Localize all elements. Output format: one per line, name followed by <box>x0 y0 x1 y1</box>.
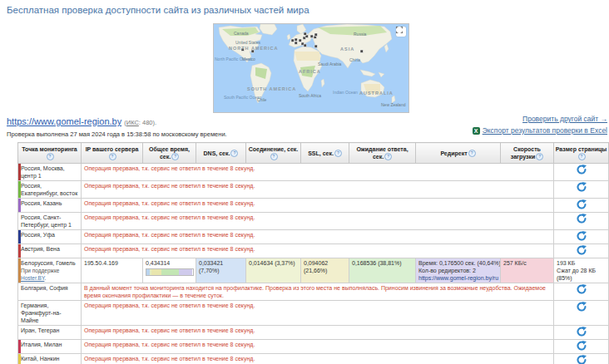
page: Бесплатная проверка доступности сайта из… <box>0 0 609 364</box>
monitoring-point-name: Австрия, Вена <box>21 246 60 252</box>
monitoring-point-cell: Германия, Франкфурт-на-Майне <box>18 301 82 326</box>
support-note: При поддержке Hoster.BY. <box>21 268 59 281</box>
row-color-marker <box>18 199 21 212</box>
recheck-cell[interactable] <box>554 283 609 301</box>
redirect-url-link[interactable]: https://www.gomel-region.by/ru <box>418 275 498 281</box>
help-icon[interactable]: ? <box>109 153 116 160</box>
connection-cell: 0,014634 (3,37%) <box>246 258 301 283</box>
recheck-cell[interactable] <box>554 181 609 199</box>
table-row: Россия, Санкт-Петербург, центр 1 Операци… <box>18 213 609 230</box>
help-icon[interactable]: ? <box>270 153 278 160</box>
col-monitoring-point: Точка мониторинга? <box>18 143 82 164</box>
monitoring-point-cell: Россия, Казань <box>18 199 82 213</box>
table-row: Италия, Милан Операция прервана, т.к. се… <box>18 340 609 354</box>
monitoring-point-cell: Китай, Нанкин <box>18 354 82 364</box>
row-color-marker <box>18 258 21 283</box>
fullscreen-button[interactable] <box>396 27 406 37</box>
status-message: Операция прервана, т.к. сервис не ответи… <box>82 244 554 258</box>
help-icon[interactable]: ? <box>47 153 54 160</box>
table-row: Болгария, София В данный момент точка мо… <box>18 283 609 301</box>
status-message: Операция прервана, т.к. сервис не ответи… <box>82 181 554 199</box>
recheck-cell[interactable] <box>554 301 609 326</box>
check-timestamp: Проверка выполнена 27 мая 2024 года в 15… <box>7 130 227 138</box>
status-message: Операция прервана, т.к. сервис не ответи… <box>82 199 554 213</box>
ssl-cell: 0,094062 (21,66%) <box>301 258 349 283</box>
recheck-icon <box>577 182 587 192</box>
world-map[interactable]: Canada United States Mexico NORTH AMERIC… <box>213 23 409 113</box>
table-row: Германия, Франкфурт-на-Майне Операция пр… <box>18 301 609 326</box>
help-icon[interactable]: ? <box>230 150 238 157</box>
redirect-cell: Время: 0,176500 сек. (40,64%) Кол-во ред… <box>416 258 501 283</box>
status-message: Операция прервана, т.к. сервис не ответи… <box>82 354 554 364</box>
col-connection: Соединение, сек.? <box>246 143 301 164</box>
recheck-cell[interactable] <box>554 164 609 181</box>
recheck-cell[interactable] <box>554 326 609 340</box>
hoster-link[interactable]: Hoster.BY <box>21 275 44 281</box>
table-row: Иран, Тегеран Операция прервана, т.к. се… <box>18 326 609 340</box>
monitoring-point-cell: Россия, Екатеринбург, восток <box>18 181 82 199</box>
check-other-site-link[interactable]: Проверить другой сайт → <box>522 115 607 123</box>
site-url-link[interactable]: https://www.gomel-region.by <box>7 116 121 126</box>
help-icon[interactable]: ? <box>334 150 342 157</box>
monitoring-point-cell: Иран, Тегеран <box>18 326 82 340</box>
results-table: Точка мониторинга? IP вашего сервера? Об… <box>17 142 609 364</box>
status-message: Операция прервана, т.к. сервис не ответи… <box>82 326 554 340</box>
help-icon[interactable]: ? <box>536 153 543 160</box>
status-message: Операция прервана, т.к. сервис не ответи… <box>82 164 554 181</box>
col-speed: Скорость загрузки? <box>501 143 554 164</box>
col-total-time: Общее время, сек.? <box>143 143 196 164</box>
row-color-marker <box>18 181 21 198</box>
table-row: Австрия, Вена Операция прервана, т.к. се… <box>18 244 609 258</box>
table-header-row: Точка мониторинга? IP вашего сервера? Об… <box>18 143 609 164</box>
checked-site-line: https://www.gomel-region.by (ИКС: 480). <box>7 116 156 126</box>
dns-cell: 0,033421 (7,70%) <box>196 258 246 283</box>
row-color-marker <box>18 213 21 229</box>
col-redirect: Редирект? <box>416 143 501 164</box>
export-excel-link[interactable]: Экспорт результатов проверки в Excel <box>483 126 607 135</box>
help-icon[interactable]: ? <box>578 153 586 160</box>
row-color-marker <box>18 230 21 243</box>
total-time-bar <box>146 268 194 276</box>
monitoring-point-cell: Болгария, София <box>18 283 82 301</box>
table-row: Россия, Екатеринбург, восток Операция пр… <box>18 181 609 199</box>
recheck-cell[interactable] <box>554 213 609 230</box>
status-message: Операция прервана, т.к. сервис не ответи… <box>82 213 554 230</box>
recheck-icon <box>577 302 587 312</box>
monitoring-point-cell: Россия, Уфа <box>18 230 82 244</box>
monitoring-point-name: Россия, Москва, центр 1 <box>21 165 65 179</box>
recheck-cell[interactable] <box>554 199 609 213</box>
recheck-icon <box>577 341 587 351</box>
col-page-size: Размер страницы? <box>554 143 609 164</box>
recheck-cell[interactable] <box>554 354 609 364</box>
monitoring-point-name: Россия, Казань <box>21 200 62 206</box>
excel-icon: X <box>473 127 480 135</box>
col-dns: DNS, сек.? <box>196 143 246 164</box>
table-row: Россия, Уфа Операция прервана, т.к. серв… <box>18 230 609 244</box>
iks-link[interactable]: ИКС <box>126 119 139 126</box>
recheck-icon <box>577 284 587 294</box>
speed-cell: 257 КБ/с <box>501 258 554 283</box>
table-row-belarus: Белоруссия, Гомель При поддержке Hoster.… <box>18 258 609 283</box>
recheck-icon <box>577 165 587 175</box>
row-color-marker <box>18 340 21 353</box>
recheck-icon <box>577 199 587 209</box>
monitoring-point-name: Китай, Нанкин <box>21 356 59 362</box>
recheck-icon <box>577 231 587 241</box>
recheck-cell[interactable] <box>554 340 609 354</box>
world-map-canvas <box>214 24 408 112</box>
monitoring-point-cell: Россия, Санкт-Петербург, центр 1 <box>18 213 82 230</box>
action-links: Проверить другой сайт → X Экспорт резуль… <box>473 115 607 135</box>
help-icon[interactable]: ? <box>384 153 392 160</box>
recheck-icon <box>577 355 587 364</box>
table-row: Россия, Казань Операция прервана, т.к. с… <box>18 199 609 213</box>
help-icon[interactable]: ? <box>171 153 179 160</box>
row-color-marker <box>18 164 21 180</box>
recheck-cell[interactable] <box>554 230 609 244</box>
help-icon[interactable]: ? <box>468 150 476 157</box>
status-message: Операция прервана, т.к. сервис не ответи… <box>82 340 554 354</box>
col-server-ip: IP вашего сервера? <box>82 143 143 164</box>
status-message: Операция прервана, т.к. сервис не ответи… <box>82 301 554 326</box>
monitoring-point-cell: Белоруссия, Гомель При поддержке Hoster.… <box>18 258 82 283</box>
recheck-cell[interactable] <box>554 244 609 258</box>
status-message: В данный момент точка мониторинга находи… <box>82 283 554 301</box>
